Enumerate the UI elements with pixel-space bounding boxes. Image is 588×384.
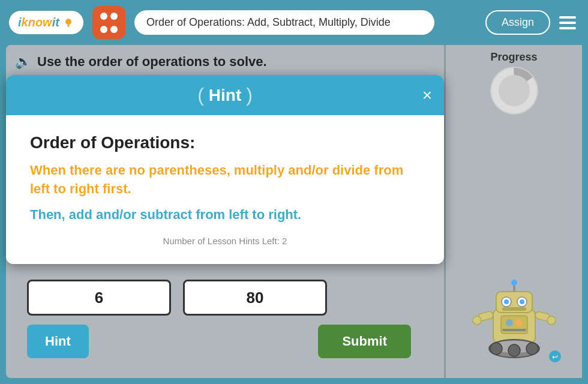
svg-rect-25 — [502, 329, 526, 331]
main-area: 🔊 Use the order of operations to solve. … — [6, 45, 582, 378]
hint-footer: Number of Lesson Hints Left: 2 — [30, 236, 420, 246]
header-right: Assign — [485, 10, 579, 35]
hint-text-blue: Then, add and/or subtract from left to r… — [30, 206, 420, 224]
bulb-icon — [62, 17, 74, 29]
menu-line-1 — [559, 16, 576, 19]
svg-rect-1 — [67, 25, 69, 26]
sidebar-right: Progress — [444, 45, 582, 378]
progress-circle — [490, 67, 538, 115]
svg-point-15 — [473, 316, 481, 325]
progress-label: Progress — [490, 51, 537, 64]
svg-point-24 — [515, 319, 523, 326]
menu-button[interactable] — [556, 13, 579, 32]
svg-point-23 — [506, 319, 513, 326]
svg-point-12 — [511, 280, 517, 286]
bracket-left: ( — [197, 84, 204, 106]
svg-point-16 — [547, 316, 556, 325]
svg-point-0 — [65, 19, 71, 25]
robot-icon: ↩ — [466, 274, 562, 364]
svg-text:↩: ↩ — [552, 353, 558, 361]
header: i know it Order of Operations: Add, Subt… — [0, 0, 588, 45]
modal-overlay: ( Hint ) × Order of Operations: When the… — [6, 45, 444, 378]
modal-header: ( Hint ) × — [6, 75, 444, 115]
bracket-right: ) — [246, 84, 253, 106]
content-left: 🔊 Use the order of operations to solve. … — [6, 45, 444, 378]
svg-point-8 — [504, 299, 509, 304]
menu-line-3 — [559, 27, 576, 29]
robot-container: ↩ — [466, 274, 562, 372]
svg-point-19 — [490, 343, 502, 355]
logo-text-it: it — [52, 16, 59, 29]
modal-close-button[interactable]: × — [422, 87, 432, 104]
assign-button[interactable]: Assign — [485, 10, 550, 35]
svg-point-20 — [508, 344, 520, 356]
hint-heading: Order of Operations: — [30, 133, 420, 152]
logo: i know it — [9, 11, 83, 34]
progress-chart — [490, 67, 538, 115]
hint-text-orange: When there are no parentheses, multiply … — [30, 161, 420, 199]
svg-rect-10 — [502, 307, 526, 311]
hint-modal: ( Hint ) × Order of Operations: When the… — [6, 75, 444, 264]
svg-point-9 — [520, 299, 524, 304]
svg-point-21 — [526, 343, 538, 355]
dice-icon — [92, 6, 125, 39]
menu-line-2 — [559, 22, 576, 24]
modal-title: Hint — [209, 86, 241, 105]
logo-text-know: know — [22, 16, 52, 29]
lesson-title-box: Order of Operations: Add, Subtract, Mult… — [134, 10, 434, 35]
modal-body: Order of Operations: When there are no p… — [6, 115, 444, 264]
lesson-title: Order of Operations: Add, Subtract, Mult… — [146, 16, 391, 28]
